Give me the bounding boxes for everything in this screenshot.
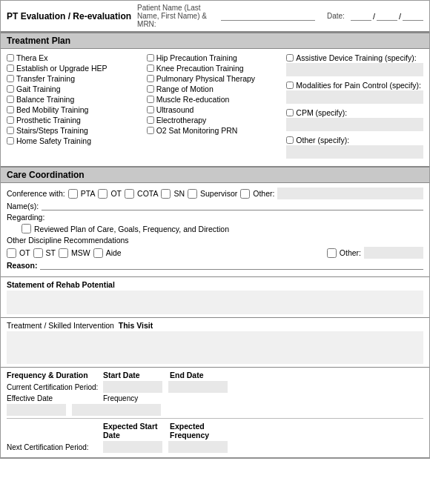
header: PT Evaluation / Re-evaluation Patient Na… <box>1 1 429 33</box>
checkbox-rom[interactable] <box>147 85 154 93</box>
care-coord-label: Care Coordination <box>7 170 85 180</box>
checkbox-hip[interactable] <box>147 54 154 62</box>
list-item: Range of Motion <box>147 84 284 93</box>
treatment-visit-section: Treatment / Skilled Intervention This Vi… <box>1 318 429 368</box>
item-label: Knee Precaution Training <box>156 64 244 73</box>
checkbox-balance[interactable] <box>7 96 14 103</box>
checkbox-muscle[interactable] <box>147 96 154 103</box>
effective-date-input-row <box>7 404 423 416</box>
item-label: Home Safety Training <box>16 136 91 145</box>
item-label: Balance Training <box>16 95 74 104</box>
list-item: O2 Sat Monitoring PRN <box>147 126 284 135</box>
list-item: Modalities for Pain Control (specify): <box>286 81 423 90</box>
treatment-col-2: Hip Precaution Training Knee Precaution … <box>147 53 287 162</box>
reason-input[interactable] <box>40 261 423 270</box>
checkbox-electro[interactable] <box>147 116 154 124</box>
date-slash2: / <box>399 12 401 21</box>
list-item: Stairs/Steps Training <box>7 126 144 135</box>
item-label: Ultrasound <box>156 105 194 114</box>
checkbox-other-conf[interactable] <box>240 189 250 199</box>
list-item: Prosthetic Training <box>7 116 144 125</box>
msw-label: MSW <box>71 248 90 257</box>
checkbox-ot-disc[interactable] <box>7 248 16 258</box>
checkbox-msw[interactable] <box>59 248 68 258</box>
checkbox-aide[interactable] <box>93 248 103 258</box>
list-item: Muscle Re-education <box>147 95 284 104</box>
expected-freq-col-label: Expected Frequency <box>170 422 236 440</box>
end-date-label: End Date <box>170 371 236 379</box>
current-cert-start-box <box>103 381 162 393</box>
other-disc-row: Other Discipline Recommendations <box>7 236 423 245</box>
patient-input[interactable] <box>221 12 315 21</box>
checkbox-pulmonary[interactable] <box>147 75 154 82</box>
checkbox-other[interactable] <box>286 136 294 144</box>
checkbox-other-disc[interactable] <box>327 248 337 258</box>
frequency-input <box>72 404 161 416</box>
list-item: Balance Training <box>7 95 144 104</box>
date-day-input[interactable] <box>377 12 397 21</box>
care-coord-body: Conference with: PTA OT COTA SN Supervis… <box>1 183 429 277</box>
treatment-col-3: Assistive Device Training (specify): Mod… <box>286 53 423 162</box>
checkbox-supervisor[interactable] <box>188 189 197 199</box>
checkbox-gait[interactable] <box>7 85 14 93</box>
rehab-section: Statement of Rehab Potential <box>1 277 429 318</box>
freq-header-row: Frequency & Duration Start Date End Date <box>7 371 423 379</box>
list-item: Gait Training <box>7 84 144 93</box>
item-label: Modalities for Pain Control (specify): <box>296 81 421 90</box>
reviewed-label: Reviewed Plan of Care, Goals, Frequency,… <box>34 225 229 233</box>
checkbox-knee[interactable] <box>147 64 154 72</box>
checkbox-modalities[interactable] <box>286 82 294 89</box>
checkbox-transfer[interactable] <box>7 75 14 82</box>
date-year-input[interactable] <box>403 12 423 21</box>
assistive-specify-box <box>286 63 423 76</box>
conference-row: Conference with: PTA OT COTA SN Supervis… <box>7 188 423 199</box>
conference-label: Conference with: <box>7 189 65 198</box>
checkbox-cota[interactable] <box>125 189 134 199</box>
checkbox-sn[interactable] <box>161 189 171 199</box>
checkbox-home-safety[interactable] <box>7 137 14 145</box>
regarding-label: Regarding: <box>7 213 44 222</box>
next-cert-header-row: Expected Start Date Expected Frequency <box>7 422 423 440</box>
item-label: O2 Sat Monitoring PRN <box>156 126 238 135</box>
other-disc-label: Other Discipline Recommendations <box>7 236 129 245</box>
rehab-text-area[interactable] <box>7 291 423 314</box>
treatment-visit-label: Treatment / Skilled Intervention This Vi… <box>7 321 423 330</box>
names-input[interactable] <box>42 202 423 210</box>
item-label: Assistive Device Training (specify): <box>296 53 416 62</box>
treatment-visit-bold: This Visit <box>119 321 153 330</box>
next-cert-row2: Next Certification Period: <box>7 441 423 453</box>
checkbox-prosthetic[interactable] <box>7 116 14 124</box>
checkbox-assistive[interactable] <box>286 54 294 62</box>
item-label: Prosthetic Training <box>16 116 81 125</box>
checkbox-ultrasound[interactable] <box>147 106 154 113</box>
checkbox-stairs[interactable] <box>7 127 14 134</box>
care-coord-header: Care Coordination <box>1 167 429 183</box>
checkbox-pta[interactable] <box>68 189 78 199</box>
checkbox-st[interactable] <box>33 248 43 258</box>
checkbox-bed-mobility[interactable] <box>7 106 14 113</box>
freq-main-label: Frequency & Duration <box>7 371 103 379</box>
date-slash1: / <box>373 12 375 21</box>
checkbox-thera-ex[interactable] <box>7 54 14 62</box>
checkbox-o2[interactable] <box>147 127 154 134</box>
expected-start-col-label: Expected Start Date <box>103 422 170 440</box>
ot-disc-label: OT <box>19 248 30 257</box>
next-cert-freq-input <box>168 441 228 453</box>
date-month-input[interactable] <box>351 12 371 21</box>
effective-date-input <box>7 404 66 416</box>
date-label: Date: <box>327 12 345 20</box>
assistive-device-item: Assistive Device Training (specify): <box>286 53 423 76</box>
cpm-specify-box <box>286 118 423 131</box>
checkbox-ot-conf[interactable] <box>98 189 108 199</box>
other-disc-input[interactable] <box>364 247 423 259</box>
cpm-item: CPM (specify): <box>286 108 423 131</box>
list-item: Bed Mobility Training <box>7 105 144 114</box>
checkbox-cpm[interactable] <box>286 109 294 116</box>
other-conf-label: Other: <box>253 189 274 198</box>
other-conf-input[interactable] <box>277 188 423 199</box>
checkbox-reviewed[interactable] <box>22 224 31 233</box>
page: PT Evaluation / Re-evaluation Patient Na… <box>0 0 430 459</box>
pta-label: PTA <box>81 189 96 198</box>
treatment-visit-text-area[interactable] <box>7 331 423 364</box>
checkbox-hep[interactable] <box>7 64 14 72</box>
